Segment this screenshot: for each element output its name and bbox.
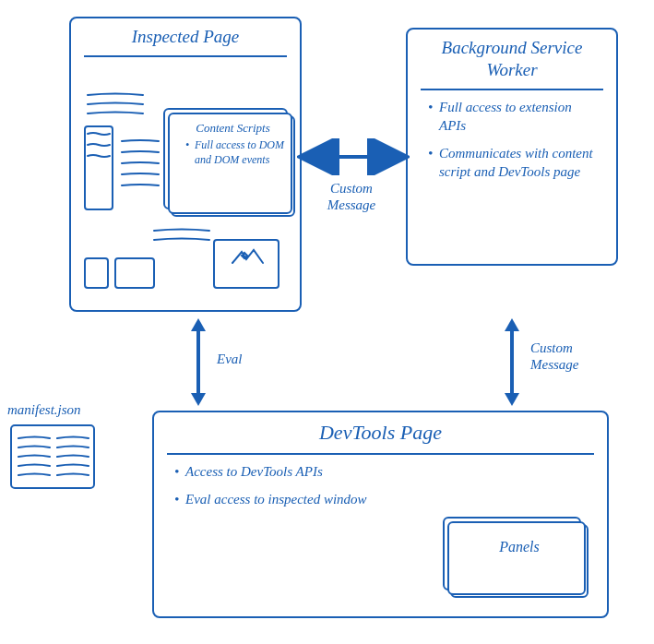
arrow-horizontal-label: Custom Message — [319, 180, 384, 213]
arrow-custom-msg-icon — [498, 318, 526, 406]
background-bullets: Full access to extension APIs Communicat… — [408, 98, 616, 200]
background-bullet-2: Communicates with content script and Dev… — [428, 144, 600, 182]
content-scripts-bullets: Full access to DOM and DOM events — [172, 137, 293, 176]
devtools-bullet-2: Eval access to inspected window — [174, 490, 459, 508]
devtools-box: DevTools Page Access to DevTools APIs Ev… — [152, 411, 609, 618]
background-title: Background Service Worker — [408, 30, 616, 85]
inspected-page-title: Inspected Page — [71, 18, 300, 52]
arrow-eval-icon — [184, 318, 212, 406]
arrow-custom-msg-label: Custom Message — [530, 340, 595, 373]
svg-rect-2 — [214, 240, 279, 288]
divider — [84, 55, 287, 57]
svg-rect-0 — [85, 126, 113, 209]
inspected-page-box: Inspected Page Content Scripts Full acce… — [69, 17, 302, 312]
svg-rect-1 — [115, 258, 154, 288]
panels-label: Panels — [452, 526, 587, 557]
content-scripts-box: Content Scripts Full access to DOM and D… — [171, 115, 295, 217]
devtools-title: DevTools Page — [154, 412, 607, 449]
devtools-bullet-1: Access to DevTools APIs — [174, 462, 459, 481]
content-scripts-bullet: Full access to DOM and DOM events — [185, 137, 284, 167]
divider — [167, 453, 594, 455]
content-scripts-title: Content Scripts — [172, 117, 293, 137]
manifest-icon: manifest.json — [7, 401, 100, 497]
manifest-label: manifest.json — [7, 401, 100, 418]
arrow-horizontal-icon — [297, 138, 410, 175]
divider — [421, 89, 603, 90]
background-box: Background Service Worker Full access to… — [406, 28, 618, 266]
arrow-eval-label: Eval — [217, 351, 243, 367]
background-bullet-1: Full access to extension APIs — [428, 98, 600, 136]
svg-rect-3 — [85, 258, 108, 288]
panels-box: Panels — [450, 524, 589, 598]
